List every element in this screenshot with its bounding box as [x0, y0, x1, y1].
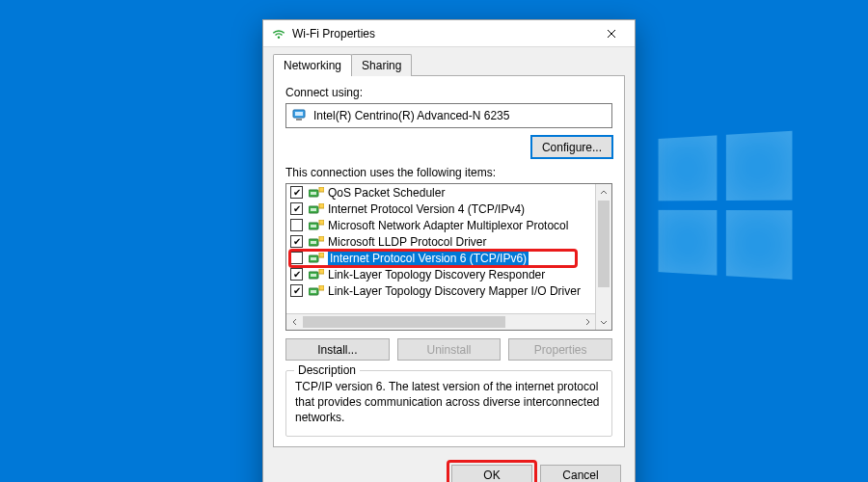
list-item-label: Internet Protocol Version 6 (TCP/IPv6): [328, 252, 529, 265]
checkbox[interactable]: [290, 235, 303, 248]
scroll-down-icon[interactable]: [596, 313, 611, 330]
list-item-label: Microsoft LLDP Protocol Driver: [328, 235, 487, 249]
svg-rect-22: [311, 290, 316, 293]
list-item[interactable]: Microsoft Network Adapter Multiplexor Pr…: [286, 217, 595, 233]
component-icon: [309, 285, 324, 297]
horizontal-thumb[interactable]: [303, 316, 505, 328]
svg-rect-11: [319, 220, 324, 225]
ok-button[interactable]: OK: [451, 465, 532, 482]
list-item-label: Link-Layer Topology Discovery Mapper I/O…: [328, 284, 581, 298]
svg-rect-20: [319, 269, 324, 274]
list-item[interactable]: Link-Layer Topology Discovery Mapper I/O…: [286, 282, 595, 299]
vertical-thumb[interactable]: [598, 201, 610, 287]
tab-sharing[interactable]: Sharing: [351, 54, 412, 76]
checkbox[interactable]: [290, 252, 303, 264]
adapter-box[interactable]: Intel(R) Centrino(R) Advanced-N 6235: [285, 103, 612, 128]
list-item[interactable]: Microsoft LLDP Protocol Driver: [286, 233, 595, 250]
tab-body: Connect using: Intel(R) Centrino(R) Adva…: [273, 75, 625, 447]
titlebar[interactable]: Wi-Fi Properties: [263, 20, 635, 47]
svg-rect-23: [319, 285, 324, 290]
svg-rect-10: [311, 225, 316, 228]
svg-rect-16: [311, 257, 316, 260]
svg-rect-19: [311, 274, 316, 277]
cancel-button[interactable]: Cancel: [540, 465, 621, 482]
description-text: TCP/IP version 6. The latest version of …: [295, 379, 603, 426]
configure-button[interactable]: Configure...: [531, 136, 612, 158]
scroll-left-icon[interactable]: [286, 314, 303, 330]
wifi-properties-dialog: Wi-Fi Properties Networking Sharing Conn…: [262, 19, 636, 482]
svg-rect-7: [311, 208, 316, 211]
dialog-title: Wi-Fi Properties: [292, 27, 375, 40]
vertical-scrollbar[interactable]: [595, 184, 611, 330]
items-label: This connection uses the following items…: [285, 166, 612, 179]
list-item[interactable]: Link-Layer Topology Discovery Responder: [286, 266, 595, 282]
list-item[interactable]: Internet Protocol Version 6 (TCP/IPv6): [286, 250, 595, 266]
adapter-icon: [292, 109, 308, 122]
windows-logo: [659, 130, 797, 283]
svg-rect-14: [319, 236, 324, 241]
list-item-label: Microsoft Network Adapter Multiplexor Pr…: [328, 219, 568, 232]
checkbox[interactable]: [290, 202, 303, 215]
svg-rect-5: [319, 187, 324, 192]
list-item-label: QoS Packet Scheduler: [328, 186, 445, 200]
connect-using-label: Connect using:: [285, 86, 612, 99]
close-button[interactable]: [592, 20, 631, 47]
description-legend: Description: [294, 363, 360, 377]
component-listbox[interactable]: QoS Packet SchedulerInternet Protocol Ve…: [285, 183, 612, 331]
svg-rect-2: [296, 119, 302, 120]
horizontal-scrollbar[interactable]: [286, 313, 595, 330]
svg-rect-8: [319, 203, 324, 208]
svg-rect-17: [319, 253, 324, 257]
component-icon: [309, 269, 324, 281]
install-button[interactable]: Install...: [285, 338, 390, 361]
checkbox[interactable]: [290, 268, 303, 281]
dialog-footer: OK Cancel: [263, 455, 635, 482]
scroll-right-icon[interactable]: [579, 314, 595, 330]
component-icon: [309, 203, 324, 215]
tab-strip: Networking Sharing: [263, 47, 635, 75]
adapter-name: Intel(R) Centrino(R) Advanced-N 6235: [313, 109, 509, 122]
checkbox[interactable]: [290, 284, 303, 297]
checkbox[interactable]: [290, 186, 303, 199]
svg-rect-4: [311, 192, 316, 195]
component-icon: [309, 236, 324, 248]
uninstall-button: Uninstall: [397, 338, 502, 361]
list-item-label: Link-Layer Topology Discovery Responder: [328, 268, 545, 281]
checkbox[interactable]: [290, 219, 303, 231]
component-icon: [309, 187, 324, 199]
component-icon: [309, 220, 324, 231]
scroll-up-icon[interactable]: [596, 184, 611, 201]
description-group: Description TCP/IP version 6. The latest…: [285, 370, 612, 437]
component-icon: [309, 253, 324, 264]
svg-rect-1: [295, 112, 303, 116]
svg-rect-13: [311, 241, 316, 244]
list-item[interactable]: Internet Protocol Version 4 (TCP/IPv4): [286, 201, 595, 217]
list-item-label: Internet Protocol Version 4 (TCP/IPv4): [328, 202, 525, 216]
properties-button: Properties: [508, 338, 612, 361]
list-item[interactable]: QoS Packet Scheduler: [286, 184, 595, 201]
wifi-icon: [271, 26, 286, 41]
tab-networking[interactable]: Networking: [273, 54, 352, 76]
